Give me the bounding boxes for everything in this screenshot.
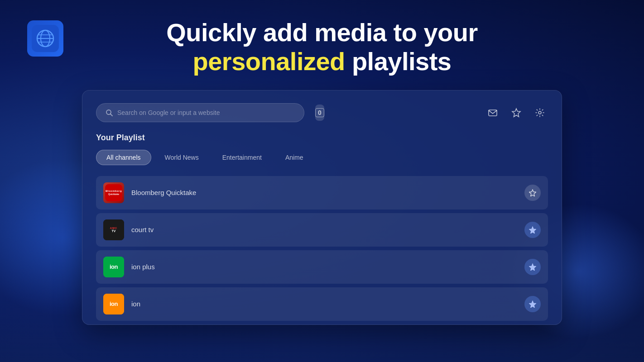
- channel-item-court-tv[interactable]: AMC TV court tv: [96, 213, 548, 247]
- svg-line-7: [111, 114, 112, 116]
- channel-item-bloomberg[interactable]: Bloomberg Quicktake Bloomberg Quicktake: [96, 176, 548, 210]
- header: Quickly add media to your personalized p…: [0, 0, 644, 86]
- svg-marker-14: [529, 301, 536, 308]
- search-bar-row: Search on Google or input a website 0: [96, 103, 548, 122]
- header-text: Quickly add media to your personalized p…: [77, 18, 567, 76]
- tab-count: 0: [315, 108, 324, 117]
- channel-logo-bloomberg: Bloomberg Quicktake: [103, 182, 124, 203]
- channel-name-ion-plus: ion plus: [131, 263, 517, 271]
- svg-point-10: [538, 111, 541, 114]
- channel-item-ion-plus[interactable]: ion ion plus: [96, 250, 548, 284]
- star-button-bloomberg[interactable]: [524, 185, 541, 201]
- content-wrapper: Quickly add media to your personalized p…: [0, 0, 644, 362]
- header-title-line2: personalized playlists: [77, 47, 567, 76]
- playlist-title: Your Playlist: [96, 133, 548, 143]
- channel-logo-court-tv: AMC TV: [103, 219, 124, 240]
- browser-mockup: Search on Google or input a website 0: [82, 90, 562, 325]
- playlist-section: Your Playlist All channels World News En…: [96, 133, 548, 324]
- header-highlight: personalized: [193, 47, 345, 76]
- star-button-court-tv[interactable]: [524, 222, 541, 238]
- channel-logo-ion-plus: ion: [103, 257, 124, 277]
- search-placeholder: Search on Google or input a website: [117, 109, 220, 116]
- svg-marker-9: [512, 109, 520, 117]
- header-suffix: playlists: [352, 47, 452, 76]
- settings-icon-button[interactable]: [532, 105, 548, 121]
- header-title-line1: Quickly add media to your: [77, 18, 567, 47]
- svg-marker-12: [529, 227, 536, 233]
- channel-list: Bloomberg Quicktake Bloomberg Quicktake: [96, 176, 548, 324]
- email-icon-button[interactable]: [485, 105, 501, 121]
- search-bar[interactable]: Search on Google or input a website: [96, 103, 304, 122]
- tab-count-badge[interactable]: 0: [315, 105, 324, 121]
- star-icon-button[interactable]: [508, 105, 524, 121]
- tab-world-news[interactable]: World News: [155, 150, 209, 165]
- channel-item-ion[interactable]: ion ion: [96, 287, 548, 321]
- tab-entertainment[interactable]: Entertainment: [212, 150, 272, 165]
- search-icon: [106, 109, 113, 116]
- channel-name-ion: ion: [131, 300, 517, 308]
- channel-name-court-tv: court tv: [131, 226, 517, 233]
- star-button-ion[interactable]: [524, 296, 541, 312]
- channel-logo-ion: ion: [103, 294, 124, 314]
- tab-anime[interactable]: Anime: [275, 150, 313, 165]
- tab-all-channels[interactable]: All channels: [96, 150, 151, 165]
- svg-rect-8: [489, 110, 497, 116]
- channel-name-bloomberg: Bloomberg Quicktake: [131, 189, 517, 196]
- toolbar-icons: [485, 105, 548, 121]
- tabs-row: All channels World News Entertainment An…: [96, 150, 548, 165]
- app-logo: [27, 20, 63, 57]
- svg-marker-13: [529, 264, 536, 271]
- svg-marker-11: [529, 190, 536, 196]
- star-button-ion-plus[interactable]: [524, 259, 541, 275]
